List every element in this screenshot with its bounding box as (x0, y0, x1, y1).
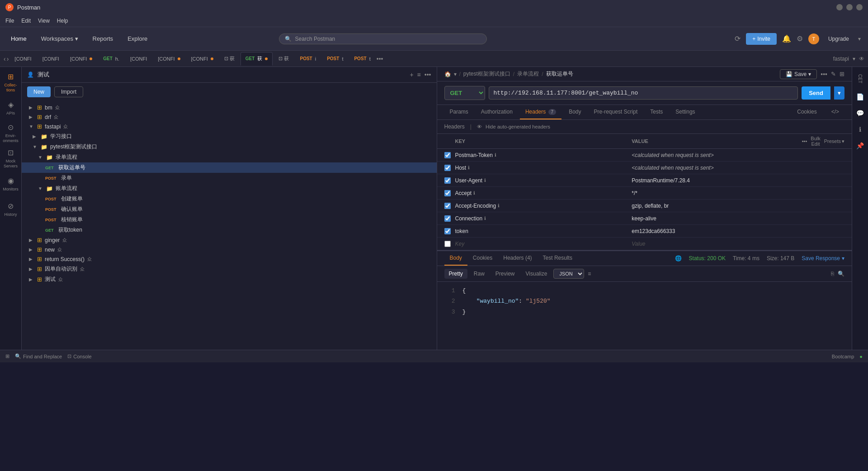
method-select[interactable]: GET POST PUT DELETE (444, 86, 485, 100)
response-tab-body[interactable]: Body (444, 251, 467, 266)
nav-reports[interactable]: Reports (89, 33, 117, 44)
menu-view[interactable]: View (38, 18, 50, 24)
code-link[interactable]: </> (826, 105, 844, 119)
nav-explore[interactable]: Explore (124, 33, 151, 44)
bulk-edit-button[interactable]: Bulk Edit (811, 136, 820, 147)
save-response-button[interactable]: Save Response ▾ (802, 255, 844, 262)
sidebar-item-monitors[interactable]: ◉ Monitors (2, 172, 20, 195)
menu-help[interactable]: Help (57, 18, 68, 24)
row-checkbox[interactable] (444, 165, 451, 171)
tree-item-test[interactable]: ▶ ⊞ 测试 众 (22, 274, 437, 285)
tree-item-ludan[interactable]: POST 录单 (22, 173, 437, 183)
tree-item-create-account[interactable]: POST 创建账单 (22, 194, 437, 204)
row-checkbox[interactable] (444, 177, 451, 184)
tab-nav-forward[interactable]: › (7, 55, 9, 62)
tab-pre-request[interactable]: Pre-request Script (589, 105, 643, 119)
tree-item-get-waybill[interactable]: GET 获取运单号 (22, 162, 437, 173)
response-tab-cookies[interactable]: Cookies (467, 251, 498, 266)
tab-settings[interactable]: Settings (670, 105, 700, 119)
tree-item-auto-identify[interactable]: ▶ ⊞ 因单自动识别 众 (22, 264, 437, 274)
search-bar[interactable]: 🔍 Search Postman (279, 33, 487, 44)
sidebar-item-collections[interactable]: ⊞ Collec-tions (2, 71, 20, 94)
info-icon[interactable]: ℹ (484, 216, 486, 221)
more-options-button[interactable]: ••• (821, 69, 827, 79)
sidebar-item-apis[interactable]: ◈ APIs (2, 96, 20, 119)
tab-2[interactable]: [CONFI (38, 52, 64, 66)
upgrade-button[interactable]: Upgrade (825, 34, 853, 44)
tab-body[interactable]: Body (563, 105, 586, 119)
tree-item-get-token[interactable]: GET 获取token (22, 225, 437, 235)
tab-11[interactable]: POST i (295, 52, 321, 66)
row-checkbox[interactable] (444, 215, 451, 222)
tree-item-fastapi[interactable]: ▼ ⊞ fastapi 众 (22, 122, 437, 131)
menu-file[interactable]: File (5, 18, 14, 24)
info-icon[interactable]: ℹ (473, 190, 475, 195)
tree-item-ginger[interactable]: ▶ ⊞ ginger 众 (22, 235, 437, 245)
breadcrumb-dropdown-icon[interactable]: ▾ (454, 71, 457, 77)
tree-item-luyou[interactable]: ▼ 📁 录单流程 (22, 152, 437, 162)
close-button[interactable] (856, 4, 863, 10)
new-button[interactable]: New (27, 86, 51, 97)
format-select[interactable]: JSON XML HTML (553, 269, 584, 279)
tab-5[interactable]: [CONFI (125, 52, 152, 66)
body-tab-pretty[interactable]: Pretty (444, 269, 467, 279)
tab-4[interactable]: GET h. (98, 52, 124, 66)
tab-more[interactable]: ••• (377, 55, 383, 62)
notification-icon[interactable]: 🔔 (782, 34, 791, 43)
search-icon[interactable]: 🔍 (838, 271, 844, 277)
sidebar-item-history[interactable]: ⊘ History (2, 197, 20, 221)
right-panel-comments-button[interactable]: 💬 (854, 107, 867, 119)
tree-item-check-account[interactable]: POST 核销账单 (22, 214, 437, 225)
save-dropdown-icon[interactable]: ▾ (808, 71, 811, 77)
tree-item-confirm-account[interactable]: POST 确认账单 (22, 204, 437, 214)
tree-item-xuexi[interactable]: ▶ 📁 学习接口 (22, 131, 437, 142)
tab-6[interactable]: [CONFI (153, 52, 185, 66)
menu-edit[interactable]: Edit (21, 18, 31, 24)
info-icon[interactable]: ℹ (468, 165, 470, 170)
tab-8[interactable]: ⊡ 获 (219, 52, 240, 66)
tab-nav-back[interactable]: ‹ (4, 55, 6, 62)
more-options-button[interactable]: ••• (425, 71, 431, 78)
view-button[interactable]: ⊞ (840, 69, 844, 79)
row-checkbox[interactable] (444, 203, 451, 209)
tab-12[interactable]: POST t (322, 52, 348, 66)
body-tab-raw[interactable]: Raw (469, 269, 489, 279)
send-button[interactable]: Send (802, 86, 830, 100)
info-icon[interactable]: ℹ (495, 152, 496, 157)
right-panel-pin-button[interactable]: 📌 (854, 139, 867, 152)
url-input[interactable] (489, 86, 798, 100)
import-button[interactable]: Import (54, 86, 83, 97)
copy-icon[interactable]: ⎘ (831, 271, 834, 277)
row-checkbox[interactable] (444, 152, 451, 158)
breadcrumb-item1[interactable]: pytest框架测试接口 (463, 70, 510, 78)
row-checkbox[interactable] (444, 190, 451, 196)
cookies-link[interactable]: Cookies (792, 105, 822, 119)
hide-auto-link[interactable]: Hide auto-generated headers (486, 124, 550, 129)
tree-item-pytest[interactable]: ▼ 📁 pytest框架测试接口 (22, 142, 437, 152)
tab-headers[interactable]: Headers 7 (520, 105, 561, 119)
tab-params[interactable]: Params (444, 105, 474, 119)
info-icon[interactable]: ℹ (484, 178, 486, 183)
tab-tests[interactable]: Tests (645, 105, 668, 119)
tab-3[interactable]: [CONFI (65, 52, 97, 66)
sort-button[interactable]: ≡ (417, 71, 421, 78)
row-checkbox[interactable] (444, 241, 451, 247)
tree-item-drf[interactable]: ▶ ⊞ drf 众 (22, 112, 437, 122)
right-panel-docs-button[interactable]: 📄 (854, 90, 867, 103)
sidebar-item-environments[interactable]: ⊙ Envir-onments (2, 121, 20, 145)
add-key-input[interactable]: Key (455, 241, 632, 247)
nav-home[interactable]: Home (7, 33, 30, 44)
right-panel-api-button[interactable]: CET (856, 71, 864, 87)
sidebar-item-mock-servers[interactable]: ⊡ MockServers (2, 147, 20, 170)
breadcrumb-item2[interactable]: 录单流程 (517, 70, 539, 78)
add-value-input[interactable]: Value (632, 241, 808, 247)
body-tab-preview[interactable]: Preview (491, 269, 519, 279)
edit-button[interactable]: ✎ (831, 69, 836, 79)
minimize-button[interactable] (836, 4, 843, 10)
tree-item-bm[interactable]: ▶ ⊞ bm 众 (22, 103, 437, 112)
body-tab-visualize[interactable]: Visualize (521, 269, 552, 279)
response-tab-test-results[interactable]: Test Results (538, 251, 578, 266)
tab-1[interactable]: [CONFI (9, 52, 36, 66)
tab-view-icon[interactable]: 👁 (859, 56, 864, 62)
settings-icon[interactable]: ⚙ (797, 34, 803, 43)
